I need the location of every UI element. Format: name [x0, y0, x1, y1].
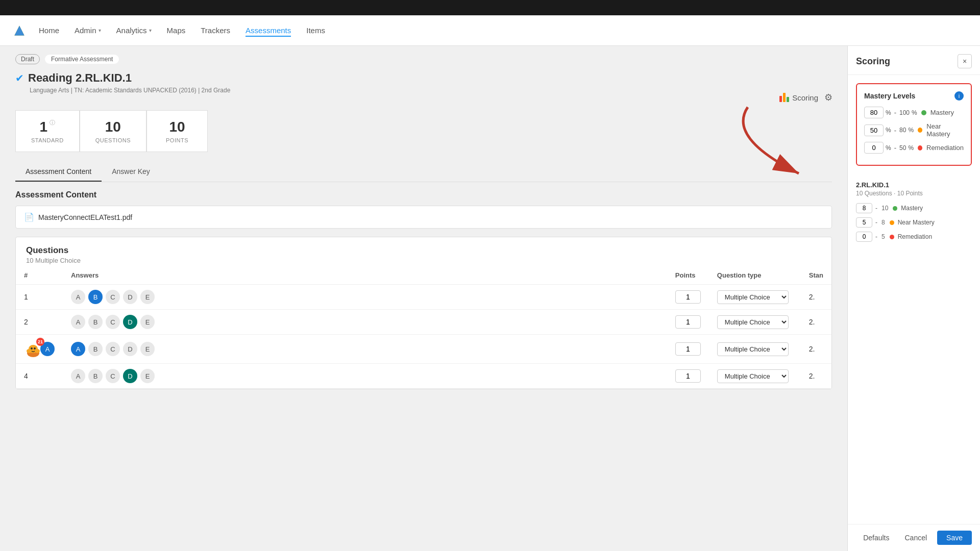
- row3-type: Multiple Choice: [709, 335, 801, 364]
- table-row: 2 A B C D E: [16, 310, 831, 335]
- std-near-dot: [890, 220, 894, 225]
- nav-analytics[interactable]: Analytics ▾: [116, 24, 152, 37]
- cancel-button[interactable]: Cancel: [899, 531, 932, 545]
- nav-items[interactable]: Items: [306, 24, 325, 37]
- remediation-min-input[interactable]: [864, 142, 884, 154]
- remediation-color-dot: [918, 145, 922, 151]
- tab-answer-key[interactable]: Answer Key: [102, 162, 160, 182]
- col-header-standard: Stan: [801, 266, 831, 285]
- points-label: POINTS: [162, 137, 192, 143]
- row3-type-select[interactable]: Multiple Choice: [717, 342, 789, 356]
- nav-trackers[interactable]: Trackers: [201, 24, 230, 37]
- questions-label: QUESTIONS: [95, 137, 131, 143]
- panel-body: Mastery Levels i % - 100 % Mastery: [848, 75, 980, 551]
- row2-standard: 2.: [801, 310, 831, 335]
- answer-D[interactable]: D: [123, 369, 137, 383]
- near-mastery-min-input[interactable]: [864, 124, 884, 136]
- row1-type: Multiple Choice: [709, 285, 801, 310]
- stat-standard: 1 ⓘ STANDARD: [15, 110, 80, 152]
- mastery-color-dot: [921, 110, 926, 115]
- notification-count: 21: [36, 338, 44, 346]
- col-header-answers: Answers: [63, 266, 667, 285]
- answer-C[interactable]: C: [106, 369, 120, 383]
- answer-B[interactable]: B: [88, 290, 103, 304]
- row3-standard: 2.: [801, 335, 831, 364]
- settings-button[interactable]: ⚙: [822, 90, 835, 105]
- draft-tag[interactable]: Draft: [15, 54, 40, 64]
- answer-D[interactable]: D: [123, 290, 137, 304]
- answer-D[interactable]: D: [123, 342, 137, 356]
- file-attachment[interactable]: 📄 MasteryConnectELATest1.pdf: [15, 206, 832, 229]
- answer-A[interactable]: A: [71, 342, 85, 356]
- row2-answers: A B C D E: [63, 310, 667, 335]
- questions-subtitle: 10 Multiple Choice: [26, 257, 821, 264]
- mastery-min-input[interactable]: [864, 107, 884, 118]
- answer-B[interactable]: B: [88, 342, 103, 356]
- row3-points: [667, 335, 709, 364]
- scoring-button[interactable]: Scoring: [779, 93, 818, 102]
- stat-questions: 10 QUESTIONS: [80, 110, 146, 152]
- remediation-label: Remediation: [926, 144, 964, 152]
- answer-D[interactable]: D: [123, 315, 137, 329]
- answer-E[interactable]: E: [140, 342, 155, 356]
- assessment-subtitle: Language Arts | TN: Academic Standards U…: [30, 87, 832, 94]
- mastery-card-header: Mastery Levels i: [864, 91, 964, 101]
- standard-info-icon[interactable]: ⓘ: [50, 119, 55, 127]
- row4-answers: A B C D E: [63, 364, 667, 389]
- answer-B[interactable]: B: [88, 315, 103, 329]
- nav-admin[interactable]: Admin ▾: [75, 24, 101, 37]
- row4-points-input[interactable]: [675, 369, 701, 383]
- table-row: 1 A B C D E: [16, 285, 831, 310]
- answer-A[interactable]: A: [71, 315, 85, 329]
- row2-type-select[interactable]: Multiple Choice: [717, 315, 789, 329]
- row3-points-input[interactable]: [675, 342, 701, 356]
- tag-row: Draft Formative Assessment Scoring: [15, 54, 832, 64]
- row1-points-input[interactable]: [675, 290, 701, 304]
- row4-type-select[interactable]: Multiple Choice: [717, 369, 789, 383]
- answer-A[interactable]: A: [71, 290, 85, 304]
- row1-points: [667, 285, 709, 310]
- mastery-level-mastery: % - 100 % Mastery: [864, 107, 964, 118]
- standard-id: 2.RL.KID.1: [856, 181, 972, 189]
- mastery-info-icon[interactable]: i: [954, 91, 964, 101]
- tab-assessment-content[interactable]: Assessment Content: [15, 162, 102, 182]
- answer-A[interactable]: A: [71, 369, 85, 383]
- std-rem-max: 5: [881, 233, 885, 240]
- tabs-row: Assessment Content Answer Key: [15, 162, 832, 182]
- answer-C[interactable]: C: [106, 290, 120, 304]
- answer-B[interactable]: B: [88, 369, 103, 383]
- section-title: Assessment Content: [0, 182, 847, 206]
- std-rem-dot: [890, 235, 894, 239]
- answer-E[interactable]: E: [140, 290, 155, 304]
- panel-close-button[interactable]: ×: [958, 54, 972, 68]
- row2-points-input[interactable]: [675, 315, 701, 329]
- row1-type-select[interactable]: Multiple Choice: [717, 290, 789, 304]
- defaults-button[interactable]: Defaults: [858, 531, 894, 545]
- row4-type: Multiple Choice: [709, 364, 801, 389]
- svg-point-7: [31, 347, 33, 349]
- std-mastery-max: 10: [881, 205, 888, 212]
- nav-maps[interactable]: Maps: [167, 24, 186, 37]
- mastery-max-val: 100: [899, 109, 910, 116]
- std-rem-min[interactable]: [856, 232, 872, 242]
- nav-assessments[interactable]: Assessments: [246, 24, 291, 37]
- formative-tag[interactable]: Formative Assessment: [45, 55, 119, 64]
- answer-E[interactable]: E: [140, 315, 155, 329]
- mastery-level-remediation: % - 50 % Remediation: [864, 142, 964, 154]
- svg-point-8: [34, 347, 36, 349]
- save-button[interactable]: Save: [937, 531, 972, 545]
- standard-subtitle: 10 Questions · 10 Points: [856, 190, 972, 197]
- std-remediation-row: - 5 Remediation: [856, 232, 972, 242]
- standard-label: STANDARD: [31, 137, 64, 143]
- std-mastery-min[interactable]: [856, 203, 872, 213]
- answer-E[interactable]: E: [140, 369, 155, 383]
- std-near-min[interactable]: [856, 217, 872, 228]
- std-mastery-row: - 10 Mastery: [856, 203, 972, 213]
- assessment-header: ✔ Reading 2.RL.KID.1 Language Arts | TN:…: [0, 71, 847, 102]
- answer-C[interactable]: C: [106, 315, 120, 329]
- remediation-max-val: 50: [899, 144, 906, 152]
- answer-C[interactable]: C: [106, 342, 120, 356]
- app-logo[interactable]: [10, 21, 29, 40]
- col-header-num: #: [16, 266, 63, 285]
- nav-home[interactable]: Home: [39, 24, 59, 37]
